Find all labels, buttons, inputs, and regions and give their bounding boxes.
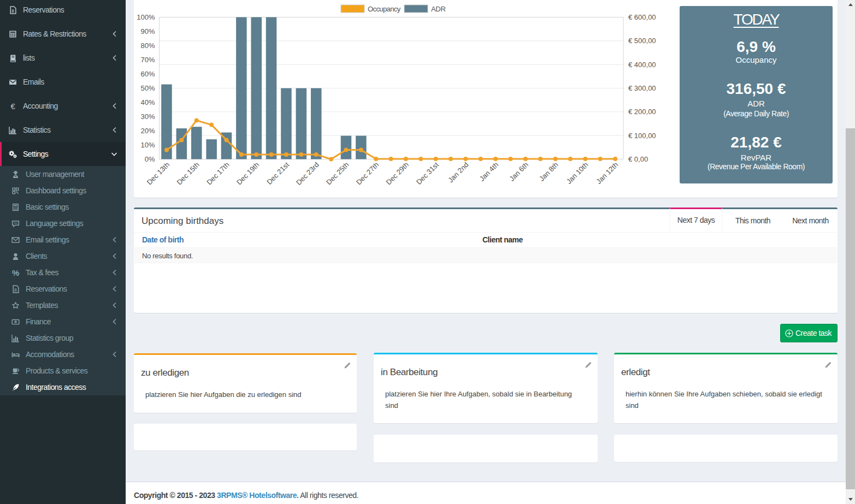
svg-text:Dec 21st: Dec 21st [265, 161, 291, 186]
svg-text:30%: 30% [140, 112, 155, 121]
svg-text:Dec 27th: Dec 27th [355, 161, 380, 186]
svg-text:Dec 29th: Dec 29th [385, 161, 410, 186]
svg-text:Occupancy: Occupancy [368, 5, 401, 13]
svg-text:50%: 50% [140, 84, 155, 92]
svg-text:80%: 80% [140, 41, 155, 50]
svg-text:60%: 60% [140, 70, 155, 78]
svg-text:Jan 8th: Jan 8th [538, 161, 560, 183]
svg-text:Jan 2nd: Jan 2nd [446, 161, 470, 184]
svg-text:Dec 23rd: Dec 23rd [294, 161, 321, 187]
svg-text:Dec 31st: Dec 31st [415, 161, 440, 186]
svg-text:100%: 100% [137, 13, 155, 21]
svg-text:40%: 40% [140, 98, 155, 106]
svg-text:90%: 90% [140, 27, 155, 35]
svg-text:0%: 0% [145, 155, 155, 163]
svg-text:20%: 20% [140, 127, 155, 135]
svg-text:Jan 4th: Jan 4th [477, 161, 500, 183]
svg-text:70%: 70% [140, 56, 155, 64]
svg-text:Dec 19th: Dec 19th [235, 161, 261, 186]
svg-text:Jan 6th: Jan 6th [508, 161, 530, 183]
svg-text:Dec 13th: Dec 13th [145, 161, 171, 186]
svg-text:Dec 15th: Dec 15th [175, 161, 201, 186]
svg-text:€ 200,00: € 200,00 [628, 108, 656, 116]
svg-text:€ 100,00: € 100,00 [628, 132, 656, 140]
svg-text:Jan 12th: Jan 12th [594, 161, 620, 186]
svg-text:10%: 10% [140, 141, 155, 149]
svg-text:Dec 17th: Dec 17th [205, 161, 231, 186]
svg-text:€ 0,00: € 0,00 [628, 155, 648, 163]
svg-text:€ 300,00: € 300,00 [628, 84, 656, 92]
svg-text:€ 500,00: € 500,00 [628, 37, 656, 45]
svg-text:Jan 10th: Jan 10th [565, 161, 590, 186]
svg-text:Dec 25th: Dec 25th [325, 161, 350, 186]
svg-text:€ 600,00: € 600,00 [628, 13, 656, 21]
svg-text:€ 400,00: € 400,00 [628, 61, 656, 69]
svg-text:ADR: ADR [431, 5, 446, 13]
